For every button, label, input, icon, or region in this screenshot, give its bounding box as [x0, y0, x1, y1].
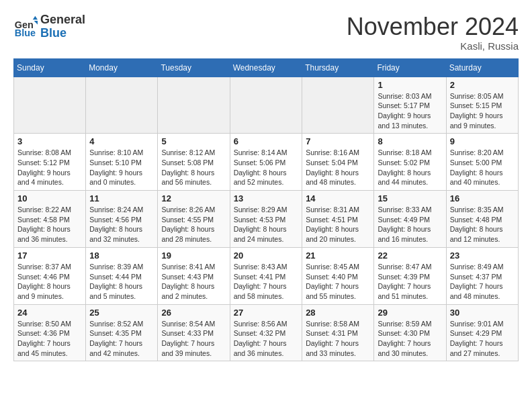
day-info: Sunrise: 8:45 AMSunset: 4:40 PMDaylight:…: [306, 262, 370, 302]
logo-icon: Gen Blue: [13, 15, 38, 39]
title-block: November 2024 Kasli, Russia: [347, 13, 519, 52]
svg-marker-3: [34, 21, 38, 24]
day-number: 17: [17, 250, 82, 261]
calendar-cell: 7Sunrise: 8:16 AMSunset: 5:04 PMDaylight…: [302, 134, 374, 191]
svg-marker-2: [33, 16, 38, 19]
month-title: November 2024: [347, 13, 519, 40]
day-number: 5: [161, 136, 226, 146]
day-info: Sunrise: 8:59 AMSunset: 4:30 PMDaylight:…: [378, 319, 442, 359]
day-number: 24: [17, 308, 82, 318]
calendar-cell: 9Sunrise: 8:20 AMSunset: 5:00 PMDaylight…: [446, 134, 518, 191]
calendar-week-row: 17Sunrise: 8:37 AMSunset: 4:46 PMDayligh…: [14, 247, 519, 304]
calendar-cell: 3Sunrise: 8:08 AMSunset: 5:12 PMDaylight…: [14, 134, 86, 191]
calendar-cell: 1Sunrise: 8:03 AMSunset: 5:17 PMDaylight…: [374, 77, 446, 134]
day-info: Sunrise: 8:33 AMSunset: 4:49 PMDaylight:…: [378, 205, 442, 244]
day-info: Sunrise: 8:20 AMSunset: 5:00 PMDaylight:…: [450, 148, 515, 187]
day-number: 11: [89, 193, 154, 203]
day-info: Sunrise: 8:47 AMSunset: 4:39 PMDaylight:…: [378, 262, 442, 302]
day-info: Sunrise: 8:26 AMSunset: 4:55 PMDaylight:…: [161, 205, 226, 244]
day-number: 6: [234, 136, 298, 146]
day-number: 15: [378, 193, 442, 203]
day-number: 26: [161, 308, 226, 318]
calendar-cell: 15Sunrise: 8:33 AMSunset: 4:49 PMDayligh…: [374, 191, 446, 248]
calendar-header: SundayMondayTuesdayWednesdayThursdayFrid…: [14, 58, 519, 77]
calendar-cell: 30Sunrise: 9:01 AMSunset: 4:29 PMDayligh…: [446, 304, 518, 361]
location: Kasli, Russia: [347, 40, 519, 52]
day-info: Sunrise: 8:08 AMSunset: 5:12 PMDaylight:…: [17, 148, 82, 187]
calendar-week-row: 1Sunrise: 8:03 AMSunset: 5:17 PMDaylight…: [14, 77, 519, 134]
day-info: Sunrise: 8:03 AMSunset: 5:17 PMDaylight:…: [378, 91, 442, 131]
svg-text:Blue: Blue: [15, 28, 36, 38]
calendar-cell: 16Sunrise: 8:35 AMSunset: 4:48 PMDayligh…: [446, 191, 518, 248]
day-info: Sunrise: 8:54 AMSunset: 4:33 PMDaylight:…: [161, 319, 226, 359]
calendar-body: 1Sunrise: 8:03 AMSunset: 5:17 PMDaylight…: [14, 77, 519, 361]
calendar-cell: 22Sunrise: 8:47 AMSunset: 4:39 PMDayligh…: [374, 247, 446, 304]
day-info: Sunrise: 8:14 AMSunset: 5:06 PMDaylight:…: [234, 148, 298, 187]
calendar-cell: 27Sunrise: 8:56 AMSunset: 4:32 PMDayligh…: [230, 304, 302, 361]
weekday-header: Thursday: [302, 58, 374, 77]
weekday-header: Friday: [374, 58, 446, 77]
day-info: Sunrise: 8:35 AMSunset: 4:48 PMDaylight:…: [450, 205, 515, 244]
calendar-cell: 21Sunrise: 8:45 AMSunset: 4:40 PMDayligh…: [302, 247, 374, 304]
day-number: 4: [89, 136, 154, 146]
day-info: Sunrise: 8:22 AMSunset: 4:58 PMDaylight:…: [17, 205, 82, 244]
calendar-cell: [302, 77, 374, 134]
calendar-cell: 25Sunrise: 8:52 AMSunset: 4:35 PMDayligh…: [86, 304, 158, 361]
day-number: 1: [378, 80, 442, 90]
day-number: 10: [17, 193, 82, 203]
day-number: 9: [450, 136, 515, 146]
logo-line1: General: [40, 13, 85, 27]
day-number: 16: [450, 193, 515, 203]
day-info: Sunrise: 8:29 AMSunset: 4:53 PMDaylight:…: [234, 205, 298, 244]
weekday-header: Saturday: [446, 58, 518, 77]
calendar-cell: 20Sunrise: 8:43 AMSunset: 4:41 PMDayligh…: [230, 247, 302, 304]
day-info: Sunrise: 8:18 AMSunset: 5:02 PMDaylight:…: [378, 148, 442, 187]
day-number: 18: [89, 250, 154, 261]
day-info: Sunrise: 8:49 AMSunset: 4:37 PMDaylight:…: [450, 262, 515, 302]
day-info: Sunrise: 8:41 AMSunset: 4:43 PMDaylight:…: [161, 262, 226, 302]
day-number: 30: [450, 308, 515, 318]
header-row: SundayMondayTuesdayWednesdayThursdayFrid…: [14, 58, 519, 77]
day-number: 12: [161, 193, 226, 203]
day-number: 22: [378, 250, 442, 261]
logo-text: General Blue: [40, 13, 85, 40]
calendar-cell: 8Sunrise: 8:18 AMSunset: 5:02 PMDaylight…: [374, 134, 446, 191]
logo-line2: Blue: [40, 27, 85, 40]
calendar-cell: [86, 77, 158, 134]
calendar-week-row: 3Sunrise: 8:08 AMSunset: 5:12 PMDaylight…: [14, 134, 519, 191]
day-info: Sunrise: 8:50 AMSunset: 4:36 PMDaylight:…: [17, 319, 82, 359]
weekday-header: Monday: [86, 58, 158, 77]
day-number: 27: [234, 308, 298, 318]
weekday-header: Wednesday: [230, 58, 302, 77]
calendar-cell: 5Sunrise: 8:12 AMSunset: 5:08 PMDaylight…: [158, 134, 230, 191]
day-number: 25: [89, 308, 154, 318]
page-header: Gen Blue General Blue November 2024 Kasl…: [13, 13, 519, 52]
day-number: 20: [234, 250, 298, 261]
day-info: Sunrise: 8:24 AMSunset: 4:56 PMDaylight:…: [89, 205, 154, 244]
logo: Gen Blue General Blue: [13, 13, 85, 40]
day-info: Sunrise: 8:52 AMSunset: 4:35 PMDaylight:…: [89, 319, 154, 359]
calendar-cell: 19Sunrise: 8:41 AMSunset: 4:43 PMDayligh…: [158, 247, 230, 304]
day-number: 7: [306, 136, 370, 146]
day-number: 8: [378, 136, 442, 146]
calendar-cell: 29Sunrise: 8:59 AMSunset: 4:30 PMDayligh…: [374, 304, 446, 361]
calendar-cell: 18Sunrise: 8:39 AMSunset: 4:44 PMDayligh…: [86, 247, 158, 304]
calendar-cell: [14, 77, 86, 134]
calendar-cell: 13Sunrise: 8:29 AMSunset: 4:53 PMDayligh…: [230, 191, 302, 248]
weekday-header: Tuesday: [158, 58, 230, 77]
day-number: 29: [378, 308, 442, 318]
calendar-cell: 17Sunrise: 8:37 AMSunset: 4:46 PMDayligh…: [14, 247, 86, 304]
calendar-cell: 23Sunrise: 8:49 AMSunset: 4:37 PMDayligh…: [446, 247, 518, 304]
day-number: 19: [161, 250, 226, 261]
day-info: Sunrise: 9:01 AMSunset: 4:29 PMDaylight:…: [450, 319, 515, 359]
day-info: Sunrise: 8:16 AMSunset: 5:04 PMDaylight:…: [306, 148, 370, 187]
calendar-cell: 14Sunrise: 8:31 AMSunset: 4:51 PMDayligh…: [302, 191, 374, 248]
day-info: Sunrise: 8:12 AMSunset: 5:08 PMDaylight:…: [161, 148, 226, 187]
day-info: Sunrise: 8:39 AMSunset: 4:44 PMDaylight:…: [89, 262, 154, 302]
calendar-cell: 11Sunrise: 8:24 AMSunset: 4:56 PMDayligh…: [86, 191, 158, 248]
day-info: Sunrise: 8:56 AMSunset: 4:32 PMDaylight:…: [234, 319, 298, 359]
calendar-cell: 26Sunrise: 8:54 AMSunset: 4:33 PMDayligh…: [158, 304, 230, 361]
calendar-cell: 10Sunrise: 8:22 AMSunset: 4:58 PMDayligh…: [14, 191, 86, 248]
day-number: 23: [450, 250, 515, 261]
day-number: 21: [306, 250, 370, 261]
